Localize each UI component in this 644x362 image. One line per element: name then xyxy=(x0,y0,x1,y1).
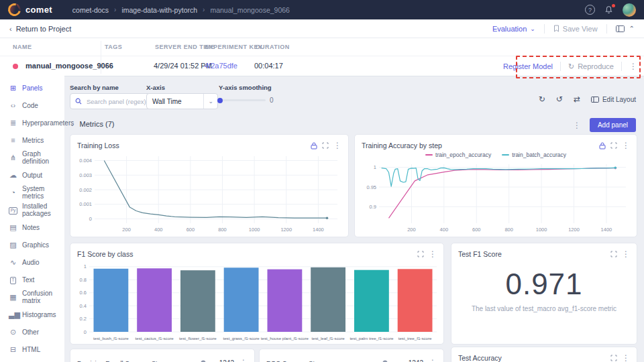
breadcrumb-item[interactable]: image-data-with-pytorch xyxy=(121,6,197,14)
edit-layout-button[interactable]: Edit Layout xyxy=(591,96,636,103)
notifications-icon[interactable] xyxy=(604,5,613,14)
sidebar-item-html[interactable]: ⊟HTML xyxy=(0,341,64,358)
panel-menu-icon[interactable]: ⋮ xyxy=(333,141,341,149)
refresh-icon[interactable]: ↻ xyxy=(539,95,545,104)
search-input[interactable] xyxy=(85,97,148,106)
precision-recall-panel: Precision-Recall Curve Step 1242 ⋮ xyxy=(70,349,255,362)
smoothing-slider[interactable] xyxy=(219,99,266,101)
legend-swatch xyxy=(502,154,509,156)
expand-icon[interactable] xyxy=(610,251,617,257)
panel-menu-icon[interactable]: ⋮ xyxy=(622,141,630,149)
register-model-button[interactable]: Register Model xyxy=(503,62,553,70)
expand-icon[interactable] xyxy=(610,355,617,361)
roc-curve-panel: ROC Curve Step 1242 ⋮ xyxy=(259,349,444,362)
column-experiment-key: EXPERIMENT KEY xyxy=(205,44,263,50)
panel-title: Test Accuracy xyxy=(458,354,502,362)
panel-menu-icon[interactable]: ⋮ xyxy=(622,250,630,258)
edit-layout-label: Edit Layout xyxy=(602,96,636,103)
sidebar-item-graph-definition[interactable]: ⋔Graph definition xyxy=(0,149,64,166)
svg-text:0.6: 0.6 xyxy=(80,290,87,296)
breadcrumb-item[interactable]: comet-docs xyxy=(72,6,109,14)
lock-icon[interactable] xyxy=(311,142,317,149)
panel-title: Training Loss xyxy=(77,141,119,149)
panel-menu-icon[interactable]: ⋮ xyxy=(622,354,630,362)
sidebar-item-output[interactable]: ☁Output xyxy=(0,166,64,184)
sidebar-item-label: System metrics xyxy=(22,185,64,200)
sidebar-item-confusion-matrix[interactable]: ▦Confusion matrix xyxy=(0,288,64,306)
search-by-name-label: Search by name xyxy=(70,84,119,91)
sidebar-item-panels[interactable]: ⊞Panels xyxy=(0,79,64,97)
legend-item[interactable]: train_epoch_accuracy xyxy=(425,152,491,158)
step-value: 1242 xyxy=(219,359,234,362)
sidebar-item-audio[interactable]: ∿Audio xyxy=(0,253,64,271)
sidebar-item-system-metrics[interactable]: ◔System metrics xyxy=(0,184,64,201)
breadcrumb-item[interactable]: manual_mongoose_9066 xyxy=(210,6,290,14)
step-label: Step xyxy=(152,359,165,362)
reproduce-button[interactable]: ↻ Reproduce xyxy=(568,62,614,71)
expand-icon[interactable] xyxy=(322,142,329,149)
legend-item[interactable]: train_batch_accuracy xyxy=(502,152,566,158)
save-view-label: Save View xyxy=(563,25,598,33)
bookmark-icon xyxy=(553,25,559,32)
return-to-project-link[interactable]: ‹ Return to Project xyxy=(9,25,71,33)
reproduce-label: Reproduce xyxy=(578,62,614,70)
section-menu-icon[interactable]: ⋮ xyxy=(573,121,581,129)
panels-main-area: Search by name X-axis Y-axis smoothing W… xyxy=(64,76,644,362)
svg-text:600: 600 xyxy=(472,227,481,233)
legend-label: train_batch_accuracy xyxy=(512,152,566,158)
view-selector-dropdown[interactable]: Evaluation ⌄ xyxy=(492,25,535,33)
metrics-section-header[interactable]: ⌄ Metrics (7) xyxy=(70,120,115,128)
layout-icon[interactable] xyxy=(616,25,625,32)
sidebar-item-metrics[interactable]: ≡Metrics xyxy=(0,131,64,149)
svg-text:0.004: 0.004 xyxy=(79,158,92,164)
expand-icon[interactable] xyxy=(610,142,617,149)
svg-text:test_cactus_f1-score: test_cactus_f1-score xyxy=(136,336,174,341)
expand-icon[interactable] xyxy=(417,251,424,257)
search-icon xyxy=(75,98,82,105)
svg-text:test_leaf_f1-score: test_leaf_f1-score xyxy=(312,336,345,341)
panel-menu-icon[interactable]: ⋮ xyxy=(429,359,437,362)
panel-menu-icon[interactable]: ⋮ xyxy=(429,250,437,258)
experiment-sidebar: ⊞Panels‹›Code≣Hyperparameters≡Metrics⋔Gr… xyxy=(0,76,64,362)
sidebar-item-installed-packages[interactable]: PyInstalled packages xyxy=(0,201,64,219)
history-icon[interactable]: ↺ xyxy=(556,95,563,104)
svg-text:1400: 1400 xyxy=(601,227,612,233)
breadcrumb-separator-icon: › xyxy=(203,6,205,13)
f1-score-bar-chart: 00.20.40.60.81test_bush_f1-scoretest_cac… xyxy=(72,259,442,343)
sidebar-item-histograms[interactable]: ▃▆Histograms xyxy=(0,306,64,323)
sidebar-item-notes[interactable]: ▤Notes xyxy=(0,219,64,236)
test-f1-score-panel: Test F1 Score ⋮ 0.971 The last value of … xyxy=(451,243,637,345)
sidebar-item-text[interactable]: TText xyxy=(0,271,64,288)
sidebar-item-graphics[interactable]: ▨Graphics xyxy=(0,236,64,253)
svg-text:test_tree_f1-score: test_tree_f1-score xyxy=(398,336,432,341)
smoothing-value: 0 xyxy=(270,97,274,104)
user-avatar[interactable] xyxy=(623,3,636,17)
experiment-row[interactable]: manual_mongoose_9066 4/29/24 01:52 PM 4f… xyxy=(0,56,644,76)
lock-icon[interactable] xyxy=(599,142,606,149)
sidebar-item-hyperparameters[interactable]: ≣Hyperparameters xyxy=(0,114,64,131)
panel-menu-icon[interactable]: ⋮ xyxy=(239,359,248,362)
duration-value: 00:04:17 xyxy=(254,62,283,70)
sidebar-item-other[interactable]: ⊙Other xyxy=(0,323,64,341)
x-axis-label: X-axis xyxy=(146,84,165,91)
smoothing-slider-knob[interactable] xyxy=(217,98,223,103)
svg-text:0: 0 xyxy=(89,216,92,222)
metric-caption: The last value of test_macro avg_f1-scor… xyxy=(451,305,637,312)
html-icon: ⊟ xyxy=(9,345,17,354)
divider xyxy=(621,62,622,71)
help-icon[interactable]: ? xyxy=(585,5,595,15)
save-view-button[interactable]: Save View xyxy=(553,25,598,33)
row-menu-icon[interactable]: ⋮ xyxy=(629,62,637,70)
svg-text:1: 1 xyxy=(84,263,87,269)
experiment-key-link[interactable]: 4f2a75dfe xyxy=(205,62,237,70)
tune-icon[interactable]: ⇄ xyxy=(574,95,580,104)
sidebar-item-code[interactable]: ‹›Code xyxy=(0,97,64,114)
svg-text:400: 400 xyxy=(440,227,449,233)
sidebar-item-label: Code xyxy=(22,102,38,109)
divider xyxy=(544,24,545,34)
step-label: Step xyxy=(309,359,322,362)
add-panel-button[interactable]: Add panel xyxy=(590,118,636,132)
x-axis-select[interactable]: Wall Time ⌄ xyxy=(146,93,218,109)
experiment-name: manual_mongoose_9066 xyxy=(25,62,113,70)
collapse-header-icon[interactable]: ⌃ xyxy=(629,25,635,32)
